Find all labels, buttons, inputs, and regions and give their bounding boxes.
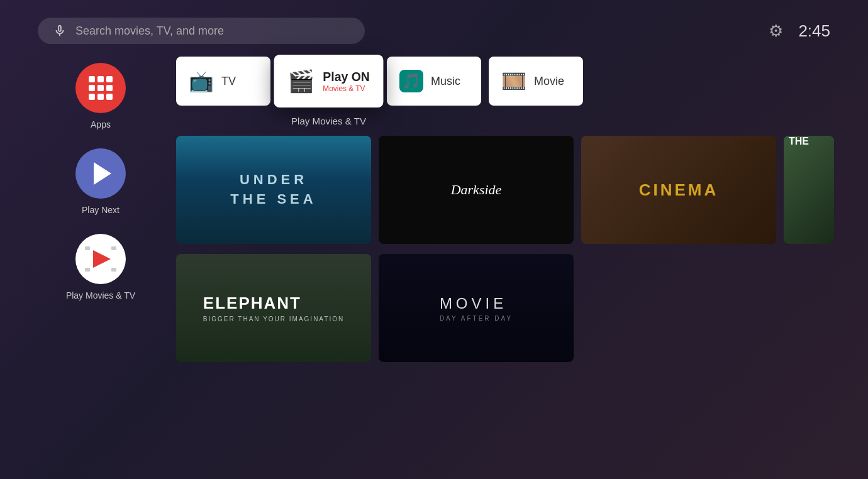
time-display: 2:45 <box>798 21 830 41</box>
elephant-subtitle: BIGGER THAN YOUR IMAGINATION <box>203 316 344 322</box>
sidebar-item-play-movies[interactable]: Play Movies & TV <box>38 234 164 300</box>
music-label: Music <box>431 75 460 88</box>
thumbnail-under-sea[interactable]: UNDERTHE SEA <box>176 136 371 244</box>
thumbnail-cinema[interactable]: CINEMA <box>581 136 776 244</box>
thumbnail-movie-day[interactable]: MOVIE DAY AFTER DAY <box>379 254 574 362</box>
thumbnail-partial[interactable]: THE <box>784 136 834 244</box>
focused-card-label: Play Movies & TV <box>291 116 366 126</box>
svg-rect-2 <box>85 246 90 250</box>
main-layout: Apps Play Next <box>0 57 868 362</box>
movie-day-content: MOVIE DAY AFTER DAY <box>440 295 513 322</box>
app-card-tv[interactable]: 📺 TV <box>176 57 270 106</box>
content-area: 📺 TV 🎬 Play ON Movies & TV Play Movies &… <box>164 57 868 362</box>
sidebar-item-apps[interactable]: Apps <box>38 63 164 129</box>
app-card-music[interactable]: 🎵 Music <box>387 57 481 106</box>
gear-icon[interactable]: ⚙ <box>769 21 783 41</box>
play-movies-logo-icon <box>82 240 120 278</box>
svg-rect-4 <box>85 268 90 272</box>
apps-label: Apps <box>91 119 111 129</box>
sidebar-item-play-next[interactable]: Play Next <box>38 148 164 215</box>
play-next-label: Play Next <box>82 205 120 215</box>
sidebar: Apps Play Next <box>38 57 164 362</box>
svg-rect-3 <box>111 246 116 250</box>
partial-title: THE <box>784 136 814 151</box>
movie-label: Movie <box>534 75 564 88</box>
app-card-movie[interactable]: 🎞️ Movie <box>489 57 583 106</box>
search-placeholder: Search movies, TV, and more <box>75 25 224 38</box>
movie-day-subtitle: DAY AFTER DAY <box>440 315 513 322</box>
darkside-title: Darkside <box>451 182 502 198</box>
play-movies-label: Play Movies & TV <box>66 290 135 300</box>
play-on-title: Play ON <box>323 70 370 84</box>
mic-icon <box>53 24 67 38</box>
app-row: 📺 TV 🎬 Play ON Movies & TV Play Movies &… <box>176 57 868 106</box>
apps-grid-icon <box>77 65 124 111</box>
apps-circle-icon <box>75 63 126 113</box>
elephant-title: ELEPHANT <box>203 294 344 313</box>
cinema-title: CINEMA <box>639 180 719 200</box>
thumbnails-row-1: UNDERTHE SEA Darkside CINEMA THE <box>176 136 868 244</box>
play-next-icon <box>75 148 126 199</box>
play-on-icon: 🎬 <box>287 68 314 94</box>
play-triangle-icon <box>94 162 111 185</box>
svg-rect-5 <box>111 268 116 272</box>
search-bar[interactable]: Search movies, TV, and more <box>38 18 365 44</box>
thumbnail-elephant[interactable]: ELEPHANT BIGGER THAN YOUR IMAGINATION <box>176 254 371 362</box>
app-row-wrapper: 📺 TV 🎬 Play ON Movies & TV Play Movies &… <box>176 57 868 106</box>
thumbnails-row-2: ELEPHANT BIGGER THAN YOUR IMAGINATION MO… <box>176 254 868 362</box>
play-on-text: Play ON Movies & TV <box>323 70 370 92</box>
elephant-content: ELEPHANT BIGGER THAN YOUR IMAGINATION <box>203 294 344 322</box>
movie-day-title: MOVIE <box>440 295 513 312</box>
thumbnail-darkside[interactable]: Darkside <box>379 136 574 244</box>
tv-icon: 📺 <box>189 69 214 93</box>
music-icon: 🎵 <box>399 70 423 92</box>
header-right: ⚙ 2:45 <box>769 21 830 41</box>
under-sea-title: UNDERTHE SEA <box>230 170 316 209</box>
play-on-subtitle: Movies & TV <box>323 84 370 92</box>
play-movies-circle <box>75 234 126 284</box>
header: Search movies, TV, and more ⚙ 2:45 <box>0 0 868 44</box>
movie-icon: 🎞️ <box>501 69 526 93</box>
tv-label: TV <box>221 75 236 88</box>
app-card-play-on[interactable]: 🎬 Play ON Movies & TV Play Movies & TV <box>274 55 384 107</box>
